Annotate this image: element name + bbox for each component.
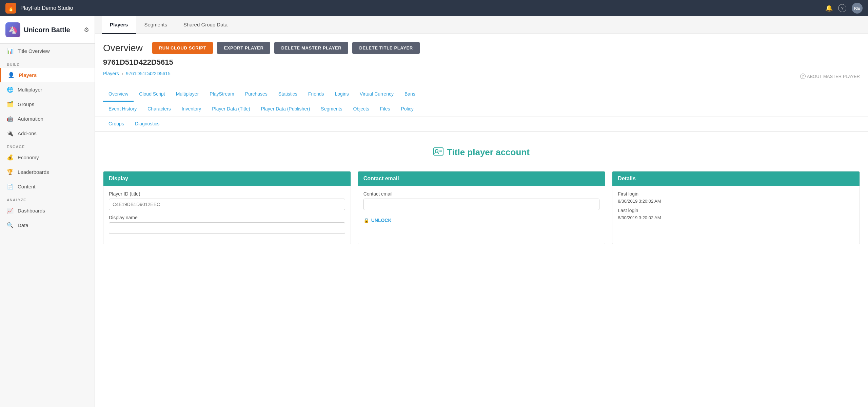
sidebar-label-groups: Groups [18,101,34,107]
display-card-header: Display [103,171,351,186]
details-card-header: Details [612,171,860,186]
player-tab-files[interactable]: Files [375,102,396,117]
run-cloud-script-button[interactable]: RUN CLOUD SCRIPT [152,42,213,54]
player-tab-bans[interactable]: Bans [399,87,421,102]
display-card: Display Player ID (title) Display name [103,171,351,244]
players-icon: 👤 [8,72,15,78]
player-tab-characters[interactable]: Characters [142,102,176,117]
tab-shared-group-data[interactable]: Shared Group Data [175,16,236,34]
last-login-value: 8/30/2019 3:20:02 AM [618,215,854,220]
player-tabs-row3: Groups Diagnostics [95,117,868,132]
player-tab-player-data-publisher[interactable]: Player Data (Publisher) [256,102,316,117]
player-tab-virtual-currency[interactable]: Virtual Currency [354,87,399,102]
player-tab-policy[interactable]: Policy [395,102,419,117]
game-name: Unicorn Battle [24,26,70,34]
last-login-label: Last login [618,208,854,213]
section-title: Title player account [447,147,530,158]
player-tab-overview[interactable]: Overview [103,87,134,102]
breadcrumb-current: 9761D51D422D5615 [126,71,171,76]
contact-email-card-body: Contact email 🔒 UNLOCK [358,186,605,231]
dashboards-icon: 📈 [7,207,14,214]
display-name-label: Display name [109,215,345,220]
svg-point-1 [435,149,438,152]
playfab-logo[interactable]: 🔥 [5,3,16,14]
display-name-input[interactable] [109,222,345,234]
automation-icon: 🤖 [7,116,14,122]
player-tab-cloud-script[interactable]: Cloud Script [134,87,170,102]
engage-section-label: ENGAGE [0,141,95,150]
breadcrumb-players-link[interactable]: Players [103,71,119,76]
player-tab-objects[interactable]: Objects [348,102,374,117]
player-tab-multiplayer[interactable]: Multiplayer [171,87,204,102]
breadcrumb-row: Players › 9761D51D422D5615 ? ABOUT MASTE… [103,71,860,82]
app-layout: 🦄 Unicorn Battle ⚙ 📊 Title Overview BUIL… [0,16,868,407]
sidebar-label-title-overview: Title Overview [18,48,50,54]
sidebar-item-multiplayer[interactable]: 🌐 Multiplayer [0,82,95,97]
contact-email-label: Contact email [363,191,600,197]
help-icon[interactable]: ? [838,4,846,12]
sidebar-item-title-overview[interactable]: 📊 Title Overview [0,44,95,58]
player-tab-statistics[interactable]: Statistics [273,87,303,102]
player-tab-logins[interactable]: Logins [330,87,354,102]
player-tab-inventory[interactable]: Inventory [176,102,207,117]
player-tab-player-data-title[interactable]: Player Data (Title) [206,102,255,117]
display-card-body: Player ID (title) Display name [103,186,351,244]
sidebar-label-automation: Automation [18,116,43,122]
tab-players[interactable]: Players [102,16,136,34]
player-id-title-input[interactable] [109,199,345,210]
page-tabs-bar: Players Segments Shared Group Data [95,16,868,34]
sidebar-item-automation[interactable]: 🤖 Automation [0,111,95,126]
sidebar-label-addons: Add-ons [18,130,37,136]
player-tab-diagnostics[interactable]: Diagnostics [130,117,165,131]
overview-title: Overview [103,43,143,54]
player-tab-purchases[interactable]: Purchases [240,87,273,102]
sidebar-label-players: Players [19,72,37,78]
contact-email-input[interactable] [363,199,600,210]
sidebar-item-players[interactable]: 👤 Players [0,68,95,82]
globe-icon: 🌐 [7,86,14,93]
economy-icon: 💰 [7,154,14,161]
sidebar-item-content[interactable]: 📄 Content [0,179,95,194]
sidebar-item-groups[interactable]: 🗂️ Groups [0,97,95,111]
player-tab-friends[interactable]: Friends [303,87,330,102]
sidebar-item-data[interactable]: 🔍 Data [0,218,95,232]
unlock-button[interactable]: 🔒 UNLOCK [363,215,600,226]
lock-icon: 🔒 [363,218,369,223]
bell-icon[interactable]: 🔔 [825,4,833,12]
main-content: Players Segments Shared Group Data Overv… [95,16,868,407]
data-icon: 🔍 [7,222,14,228]
unlock-label: UNLOCK [371,218,392,223]
details-card: Details First login 8/30/2019 3:20:02 AM… [612,171,860,244]
player-tab-groups[interactable]: Groups [103,117,130,131]
title-player-icon [433,147,443,158]
leaderboards-icon: 🏆 [7,169,14,175]
contact-email-card: Contact email Contact email 🔒 UNLOCK [358,171,606,244]
sidebar-label-leaderboards: Leaderboards [18,169,49,175]
about-master-player[interactable]: ? ABOUT MASTER PLAYER [800,74,860,79]
player-tab-segments[interactable]: Segments [315,102,348,117]
sidebar-label-content: Content [18,184,36,189]
sidebar-label-data: Data [18,222,28,228]
user-avatar[interactable]: KE [852,3,863,14]
info-circle-icon: ? [800,74,806,79]
gear-icon[interactable]: ⚙ [84,26,89,34]
player-tab-event-history[interactable]: Event History [103,102,142,117]
delete-master-player-button[interactable]: DELETE MASTER PLAYER [274,42,348,54]
studio-title: PlayFab Demo Studio [20,5,73,11]
delete-title-player-button[interactable]: DELETE TITLE PLAYER [352,42,420,54]
player-tab-playstream[interactable]: PlayStream [204,87,239,102]
overview-header: Overview RUN CLOUD SCRIPT EXPORT PLAYER … [103,42,860,54]
about-master-label: ABOUT MASTER PLAYER [807,74,860,79]
sidebar-item-economy[interactable]: 💰 Economy [0,150,95,165]
sidebar-item-dashboards[interactable]: 📈 Dashboards [0,203,95,218]
player-tabs-row1: Overview Cloud Script Multiplayer PlaySt… [95,87,868,102]
bar-chart-icon: 📊 [7,48,14,54]
sidebar-item-leaderboards[interactable]: 🏆 Leaderboards [0,165,95,179]
build-section-label: BUILD [0,58,95,68]
addons-icon: 🔌 [7,130,14,137]
sidebar-label-dashboards: Dashboards [18,208,45,213]
export-player-button[interactable]: EXPORT PLAYER [217,42,270,54]
overview-area: Overview RUN CLOUD SCRIPT EXPORT PLAYER … [95,34,868,132]
tab-segments[interactable]: Segments [136,16,175,34]
sidebar-item-addons[interactable]: 🔌 Add-ons [0,126,95,141]
